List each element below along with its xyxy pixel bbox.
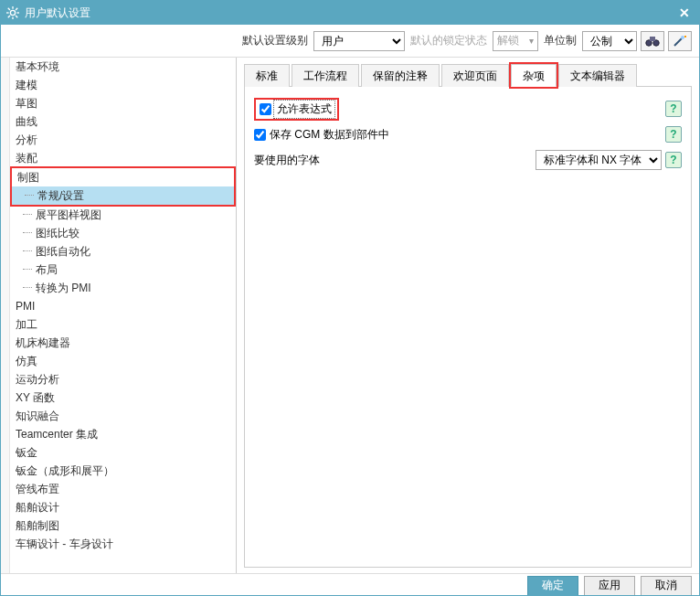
tab-panel: 允许表达式 ? 保存 CGM 数据到部件中 ? 要使用的字体 标准字体和 NX … [244, 87, 692, 568]
tree-item[interactable]: 图纸比较 [10, 224, 236, 242]
tree-item[interactable]: XY 函数 [10, 388, 236, 407]
tree-item[interactable]: 制图 [12, 168, 234, 186]
tree-item[interactable]: 船舶设计 [10, 498, 236, 516]
row-font: 要使用的字体 标准字体和 NX 字体 ? [254, 147, 682, 173]
toolbar: 默认设置级别 用户 默认的锁定状态 解锁 单位制 公制 [1, 25, 699, 58]
close-button[interactable]: ✕ [675, 5, 694, 20]
tree-item[interactable]: 分析 [10, 131, 236, 149]
right-panel: 标准工作流程保留的注释欢迎页面杂项文本编辑器 允许表达式 ? 保存 CGM 数据… [237, 58, 699, 573]
row-save-cgm: 保存 CGM 数据到部件中 ? [254, 122, 682, 147]
lock-label: 默认的锁定状态 [410, 33, 487, 48]
unit-label: 单位制 [544, 33, 577, 48]
tree-item[interactable]: 运动分析 [10, 370, 236, 388]
svg-line-7 [16, 8, 17, 10]
tree-item[interactable]: 转换为 PMI [10, 279, 236, 297]
allow-expression-checkbox[interactable] [260, 103, 271, 115]
tree-item[interactable]: Teamcenter 集成 [10, 425, 236, 443]
left-gutter [1, 58, 10, 573]
tab-bar: 标准工作流程保留的注释欢迎页面杂项文本编辑器 [244, 63, 692, 87]
svg-point-0 [10, 10, 15, 15]
apply-button[interactable]: 应用 [584, 576, 635, 596]
svg-rect-11 [650, 37, 655, 41]
row-allow-expression: 允许表达式 ? [254, 96, 682, 122]
wizard-button[interactable] [668, 31, 692, 51]
help-icon[interactable]: ? [665, 126, 682, 143]
binoculars-button[interactable] [641, 31, 664, 51]
save-cgm-checkbox[interactable] [254, 129, 266, 141]
svg-line-5 [8, 8, 10, 10]
tree-item[interactable]: 车辆设计 - 车身设计 [10, 535, 236, 553]
help-icon[interactable]: ? [665, 101, 682, 117]
font-select[interactable]: 标准字体和 NX 字体 [536, 150, 662, 170]
save-cgm-label: 保存 CGM 数据到部件中 [270, 127, 389, 143]
left-panel: 基本环境建模草图曲线分析装配制图常规/设置展平图样视图图纸比较图纸自动化布局转换… [1, 58, 237, 573]
tree-item[interactable]: 钣金（成形和展平） [10, 462, 236, 480]
tree-item[interactable]: 机床构建器 [10, 334, 236, 352]
tab[interactable]: 标准 [244, 64, 290, 87]
level-label: 默认设置级别 [242, 33, 308, 48]
lock-select[interactable]: 解锁 [493, 31, 538, 51]
tree-item[interactable]: 船舶制图 [10, 516, 236, 535]
tree-item[interactable]: 知识融合 [10, 407, 236, 425]
svg-line-8 [8, 16, 10, 17]
tab[interactable]: 文本编辑器 [558, 64, 637, 87]
tree-item[interactable]: 布局 [10, 261, 236, 279]
gear-icon [6, 6, 19, 19]
tree-item[interactable]: 钣金 [10, 443, 236, 462]
tree-item[interactable]: PMI [10, 297, 236, 315]
tree-item[interactable]: 常规/设置 [12, 186, 234, 205]
tab[interactable]: 保留的注释 [361, 64, 440, 87]
svg-point-12 [681, 36, 684, 39]
tab[interactable]: 杂项 [511, 64, 557, 87]
tree-item[interactable]: 图纸自动化 [10, 242, 236, 261]
tab[interactable]: 欢迎页面 [441, 64, 509, 87]
window-title: 用户默认设置 [25, 5, 675, 21]
tree-item[interactable]: 草图 [10, 94, 236, 112]
footer: 确定 应用 取消 [1, 573, 699, 596]
tree-item[interactable]: 加工 [10, 315, 236, 334]
tree-item[interactable]: 仿真 [10, 352, 236, 370]
tree-item[interactable]: 曲线 [10, 112, 236, 131]
level-select[interactable]: 用户 [313, 31, 405, 51]
help-icon[interactable]: ? [665, 152, 682, 168]
tree-item[interactable]: 建模 [10, 76, 236, 94]
ok-button[interactable]: 确定 [527, 576, 578, 596]
cancel-button[interactable]: 取消 [641, 576, 692, 596]
tree-item[interactable]: 展平图样视图 [10, 206, 236, 224]
svg-line-6 [16, 16, 17, 17]
tab[interactable]: 工作流程 [292, 64, 359, 87]
tree-item[interactable]: 管线布置 [10, 480, 236, 498]
allow-expression-label: 允许表达式 [275, 101, 334, 117]
title-bar: 用户默认设置 ✕ [1, 1, 699, 25]
tree-item[interactable]: 基本环境 [10, 58, 236, 76]
tree-item[interactable]: 装配 [10, 149, 236, 167]
nav-tree[interactable]: 基本环境建模草图曲线分析装配制图常规/设置展平图样视图图纸比较图纸自动化布局转换… [10, 58, 236, 573]
font-label: 要使用的字体 [254, 153, 320, 168]
unit-select[interactable]: 公制 [582, 31, 637, 51]
